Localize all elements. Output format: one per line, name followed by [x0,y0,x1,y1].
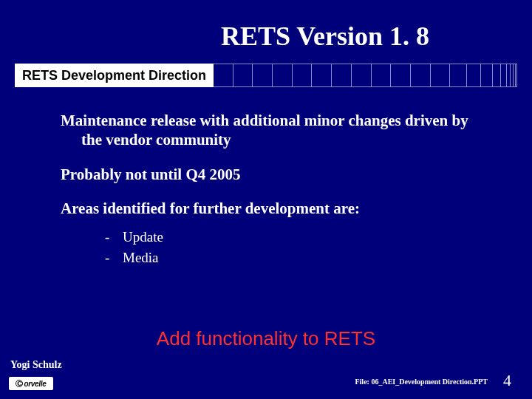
decor-cell [332,64,352,87]
body-paragraph-1: Maintenance release with additional mino… [61,111,474,150]
sublist-item: -Update [105,227,474,248]
decor-cell [352,64,372,87]
decor-cell [431,64,451,87]
decor-cell [312,64,332,87]
page-number: 4 [503,371,511,390]
sublist: -Update -Media [61,227,474,267]
decor-cell [253,64,273,87]
body-paragraph-2: Probably not until Q4 2005 [61,165,474,184]
body-paragraph-3: Areas identified for further development… [61,199,474,218]
decor-cell [233,64,253,87]
decor-cell [516,64,517,87]
decor-cell [372,64,392,87]
decor-cell [391,64,411,87]
callout-text: Add functionality to RETS [0,327,532,350]
decor-cell [273,64,293,87]
decor-cell [493,64,501,87]
decor-cell [450,64,467,87]
corvelle-logo: Corvelle [9,377,53,390]
slide-body: Maintenance release with additional mino… [61,111,474,267]
decor-cell [467,64,481,87]
decor-cell [501,64,507,87]
decor-cell [214,64,233,87]
subtitle-grid-decor [214,64,517,87]
author-label: Yogi Schulz [10,359,62,371]
file-path-label: File: 06_AEI_Development Direction.PPT [355,378,488,386]
decor-cell [481,64,492,87]
decor-cell [293,64,313,87]
sublist-item: -Media [105,248,474,268]
slide-title: RETS Version 1. 8 [0,21,532,52]
decor-cell [411,64,431,87]
copyright-icon: C [16,380,23,387]
subtitle-bar: RETS Development Direction [15,64,517,87]
subtitle-label: RETS Development Direction [15,64,214,87]
